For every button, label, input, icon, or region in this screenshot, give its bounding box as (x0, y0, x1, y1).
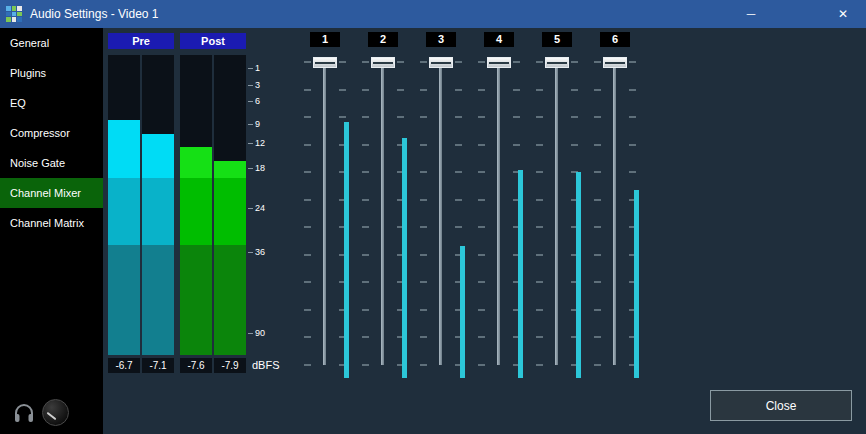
post-meter-2-value: -7.9 (214, 358, 246, 373)
fader-tick (420, 89, 427, 91)
fader-tick (629, 116, 636, 118)
channel-5-fader-handle[interactable] (545, 57, 569, 68)
close-window-icon[interactable]: ✕ (820, 0, 866, 28)
fader-tick (304, 116, 311, 118)
fader-tick (304, 89, 311, 91)
sidebar-item-noise-gate[interactable]: Noise Gate (0, 148, 103, 178)
channel-2-fader-track[interactable] (381, 58, 384, 365)
fader-tick (362, 336, 369, 338)
fader-tick (478, 116, 485, 118)
fader-tick (536, 309, 543, 311)
fader-tick (629, 171, 636, 173)
fader-tick (362, 144, 369, 146)
headphones-icon (12, 401, 36, 425)
pre-meter-1-value: -6.7 (108, 358, 140, 373)
pre-meters-label: Pre (108, 33, 174, 49)
channel-4-fader-track[interactable] (497, 58, 500, 365)
fader-tick (455, 61, 462, 63)
fader-tick (629, 61, 636, 63)
fader-tick (594, 61, 601, 63)
fader-tick (362, 254, 369, 256)
post-meters-label: Post (180, 33, 246, 49)
fader-tick (420, 199, 427, 201)
channel-strip-1: 1 (296, 28, 354, 434)
fader-tick (362, 116, 369, 118)
channel-2-label: 2 (368, 32, 398, 47)
fader-tick (455, 116, 462, 118)
channel-5-fader-track[interactable] (555, 58, 558, 365)
db-scale-tick-1: 1 (248, 63, 260, 73)
fader-tick (304, 144, 311, 146)
close-button[interactable]: Close (710, 390, 852, 421)
fader-tick (420, 171, 427, 173)
tick-dash (248, 85, 253, 86)
channel-2-fader-handle[interactable] (371, 57, 395, 68)
fader-tick (304, 309, 311, 311)
fader-tick (478, 199, 485, 201)
channel-6-fader-handle[interactable] (603, 57, 627, 68)
fader-tick (594, 144, 601, 146)
minimize-icon[interactable]: ─ (728, 0, 774, 28)
channel-strip-6: 6 (586, 28, 644, 434)
fader-tick (594, 226, 601, 228)
sidebar: GeneralPluginsEQCompressorNoise GateChan… (0, 28, 103, 434)
fader-tick (536, 171, 543, 173)
fader-tick (362, 89, 369, 91)
fader-tick (513, 89, 520, 91)
sidebar-item-channel-mixer[interactable]: Channel Mixer (0, 178, 103, 208)
fader-tick (362, 171, 369, 173)
fader-tick (420, 144, 427, 146)
pre-meter-1-bar (108, 120, 140, 355)
fader-tick (304, 226, 311, 228)
db-scale: 13691218243690 (248, 55, 280, 365)
fader-tick (420, 364, 427, 366)
fader-tick (536, 89, 543, 91)
sidebar-item-eq[interactable]: EQ (0, 88, 103, 118)
tick-label: 9 (255, 119, 260, 129)
tick-label: 3 (255, 80, 260, 90)
app-icon (6, 6, 22, 22)
tick-label: 12 (255, 138, 265, 148)
fader-tick (478, 281, 485, 283)
channel-3-fader-track[interactable] (439, 58, 442, 365)
fader-tick (571, 144, 578, 146)
fader-tick (594, 171, 601, 173)
fader-tick (536, 116, 543, 118)
post-meter-2 (214, 55, 246, 355)
fader-tick (594, 254, 601, 256)
fader-tick (420, 61, 427, 63)
channel-4-fader-handle[interactable] (487, 57, 511, 68)
fader-tick (594, 199, 601, 201)
sidebar-item-channel-matrix[interactable]: Channel Matrix (0, 208, 103, 238)
db-scale-tick-90: 90 (248, 328, 265, 338)
channel-6-fader-track[interactable] (613, 58, 616, 365)
fader-tick (362, 281, 369, 283)
fader-tick (536, 61, 543, 63)
post-meter-1-value: -7.6 (180, 358, 212, 373)
fader-tick (536, 226, 543, 228)
sidebar-item-plugins[interactable]: Plugins (0, 58, 103, 88)
db-scale-tick-24: 24 (248, 203, 265, 213)
channel-1-fader-track[interactable] (323, 58, 326, 365)
channel-1-level-meter (344, 122, 349, 378)
fader-tick (304, 254, 311, 256)
tick-label: 18 (255, 163, 265, 173)
window-title: Audio Settings - Video 1 (30, 7, 159, 21)
fader-tick (420, 116, 427, 118)
pre-meter-2-value: -7.1 (142, 358, 174, 373)
fader-tick (397, 89, 404, 91)
channel-6-label: 6 (600, 32, 630, 47)
fader-tick (455, 144, 462, 146)
audio-settings-window: Audio Settings - Video 1 ─ ✕ GeneralPlug… (0, 0, 866, 434)
headphone-volume-knob[interactable] (42, 399, 69, 426)
fader-tick (536, 144, 543, 146)
fader-tick (420, 254, 427, 256)
sidebar-item-compressor[interactable]: Compressor (0, 118, 103, 148)
db-scale-tick-36: 36 (248, 247, 265, 257)
fader-tick (304, 281, 311, 283)
channel-3-fader-handle[interactable] (429, 57, 453, 68)
channel-1-fader-handle[interactable] (313, 57, 337, 68)
sidebar-item-general[interactable]: General (0, 28, 103, 58)
pre-meter-2 (142, 55, 174, 355)
fader-tick (362, 199, 369, 201)
